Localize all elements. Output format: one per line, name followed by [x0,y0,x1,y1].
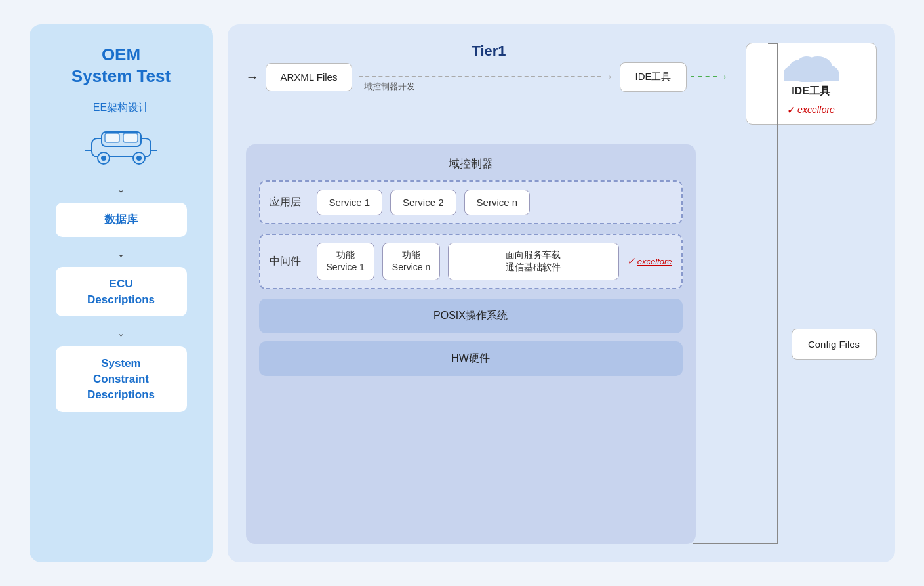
funcn-box: 功能Service n [382,243,440,280]
mid-layer-label: 中间件 [270,255,309,268]
svg-rect-2 [105,133,119,142]
svg-rect-3 [123,133,138,142]
left-panel: OEMSystem Test EE架构设计 ↓ 数据库 ↓ ECUDescrip… [30,24,213,562]
domain-dev-label: 域控制器开发 [364,81,415,93]
arrow-down-3: ↓ [117,324,125,339]
excelfore-mid: ✓ excelfore [627,255,672,267]
domain-box: 域控制器 应用层 Service 1 Service 2 Service n 中… [246,144,696,544]
service1-box: Service 1 [317,190,383,215]
right-bracket-line [777,43,778,544]
svg-point-5 [101,156,106,161]
mid-layer: 中间件 功能Service 1 功能Service n 面向服务车载通信基础软件… [259,234,683,289]
ee-label: EE架构设计 [93,101,149,115]
ide-cloud-box: IDE工具 ✓ excelfore [746,43,877,125]
servicen-box: Service n [464,190,531,215]
tier1-title: Tier1 [472,43,506,59]
arxml-box: ARXML Files [266,63,353,91]
ecu-box: ECUDescriptions [56,267,187,317]
svg-point-13 [796,56,817,75]
bracket-bottom [693,543,778,544]
tier1-area: Tier1 → ARXML Files → 域控制器开发 [246,43,877,131]
oem-title: OEMSystem Test [71,44,171,89]
posix-box: POSIX操作系统 [259,299,683,333]
car-icon [85,125,157,167]
system-box: SystemConstraintDescriptions [56,346,187,411]
domain-title: 域控制器 [259,156,683,171]
db-box: 数据库 [56,203,187,237]
right-panel: Tier1 → ARXML Files → 域控制器开发 [228,24,895,562]
cloud-icon [782,52,841,82]
excelfore-logo-cloud: ✓ excelfore [787,104,835,116]
oriented-box: 面向服务车载通信基础软件 [448,243,619,280]
svg-rect-14 [784,72,839,81]
ide-local-box: IDE工具 [620,62,686,92]
app-layer-label: 应用层 [270,196,309,209]
main-container: OEMSystem Test EE架构设计 ↓ 数据库 ↓ ECUDescrip… [30,24,895,562]
bracket-top-connect [768,43,778,44]
app-layer: 应用层 Service 1 Service 2 Service n [259,180,683,224]
ide-cloud-label: IDE工具 [792,85,830,98]
config-files-box: Config Files [792,329,877,360]
service2-box: Service 2 [390,190,456,215]
arrow-down-2: ↓ [117,245,125,259]
svg-point-7 [136,156,142,161]
func1-box: 功能Service 1 [317,243,374,280]
arrow-down-1: ↓ [117,180,125,195]
hw-box: HW硬件 [259,341,683,376]
